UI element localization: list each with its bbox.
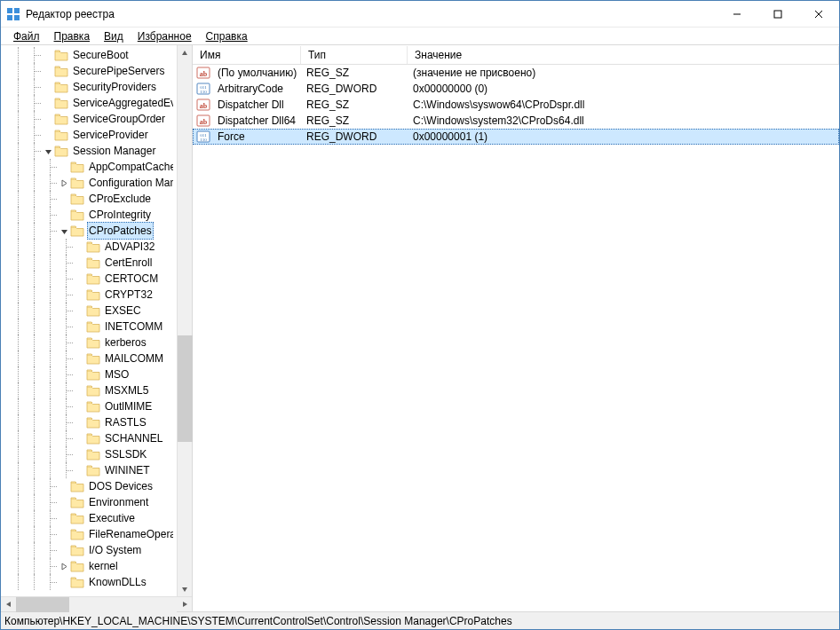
scroll-thumb[interactable]	[16, 597, 69, 612]
tree-item[interactable]: SecurityProviders	[1, 79, 177, 95]
svg-rect-3	[14, 15, 20, 20]
svg-rect-2	[7, 15, 12, 20]
value-name: (По умолчанию)	[210, 67, 299, 79]
col-name[interactable]: Имя	[193, 46, 301, 64]
tree-label: INETCOMM	[103, 319, 164, 335]
tree-item[interactable]: Configuration Manager	[1, 175, 177, 191]
svg-marker-9	[62, 180, 67, 186]
tree-item[interactable]: SSLSDK	[1, 446, 177, 462]
tree-leaf	[74, 416, 86, 429]
tree-label: Executive	[87, 510, 137, 526]
folder-icon	[86, 464, 100, 476]
svg-text:110: 110	[200, 138, 207, 142]
tree-leaf	[42, 81, 54, 93]
tree-leaf	[74, 240, 86, 253]
tree-item[interactable]: ServiceGroupOrder	[1, 111, 177, 127]
tree-item[interactable]: AppCompatCache	[1, 159, 177, 175]
folder-icon	[70, 576, 84, 588]
menu-help[interactable]: Справка	[199, 29, 255, 43]
tree-item[interactable]: I/O System	[1, 542, 177, 558]
tree-item[interactable]: Session Manager	[1, 143, 177, 159]
tree-leaf	[58, 528, 70, 540]
scroll-down-icon[interactable]	[178, 581, 192, 596]
tree-item[interactable]: kernel	[1, 558, 177, 574]
tree-item[interactable]: Executive	[1, 510, 177, 526]
tree-item[interactable]: MAILCOMM	[1, 350, 177, 366]
list-header[interactable]: Имя Тип Значение	[193, 45, 839, 65]
value-row[interactable]: abDispatcher DllREG_SZC:\Windows\syswow6…	[193, 97, 839, 113]
minimize-button[interactable]	[717, 1, 757, 28]
tree-item[interactable]: MSXML5	[1, 382, 177, 398]
maximize-button[interactable]	[757, 1, 798, 28]
tree-label: Configuration Manager	[87, 175, 173, 191]
tree-item[interactable]: CERTOCM	[1, 271, 177, 287]
tree-item[interactable]: MSO	[1, 366, 177, 382]
values-list[interactable]: ab(По умолчанию)REG_SZ(значение не присв…	[193, 65, 839, 611]
value-row[interactable]: 011110ArbitraryCodeREG_DWORD0x00000000 (…	[193, 81, 839, 97]
scroll-up-icon[interactable]	[178, 45, 192, 60]
tree-vscroll[interactable]	[177, 45, 192, 596]
tree-item[interactable]: ServiceProvider	[1, 127, 177, 143]
titlebar: Редактор реестра	[1, 1, 839, 28]
value-type: REG_DWORD	[299, 83, 406, 95]
chevron-down-icon[interactable]	[58, 224, 70, 237]
tree-item[interactable]: WININET	[1, 462, 177, 478]
tree-leaf	[74, 464, 86, 476]
tree-label: kernel	[87, 558, 120, 574]
tree-item[interactable]: ADVAPI32	[1, 239, 177, 255]
tree-item[interactable]: kerberos	[1, 335, 177, 350]
scroll-right-icon[interactable]	[177, 597, 192, 612]
scroll-left-icon[interactable]	[1, 597, 16, 612]
binary-value-icon: 011110	[196, 130, 210, 144]
tree-item[interactable]: CRYPT32	[1, 287, 177, 303]
menu-favorites[interactable]: Избранное	[131, 29, 199, 43]
col-type[interactable]: Тип	[301, 46, 408, 64]
value-row[interactable]: ab(По умолчанию)REG_SZ(значение не присв…	[193, 65, 839, 81]
value-data: C:\Windows\system32\CProDs64.dll	[406, 114, 839, 127]
tree-item[interactable]: CProPatches	[1, 223, 177, 239]
folder-icon	[86, 448, 100, 461]
tree-item[interactable]: Environment	[1, 494, 177, 510]
folder-icon	[70, 224, 84, 237]
tree-hscroll[interactable]	[1, 596, 192, 611]
menu-edit[interactable]: Правка	[47, 29, 98, 43]
string-value-icon: ab	[196, 98, 210, 112]
tree-label: kerberos	[103, 335, 148, 350]
close-button[interactable]	[798, 1, 839, 28]
tree-leaf	[74, 320, 86, 333]
col-data[interactable]: Значение	[408, 46, 839, 64]
tree-item[interactable]: EXSEC	[1, 303, 177, 319]
tree-item[interactable]: SecureBoot	[1, 47, 177, 63]
tree-item[interactable]: RASTLS	[1, 414, 177, 430]
tree-item[interactable]: ServiceAggregatedEvents	[1, 95, 177, 111]
menu-file[interactable]: Файл	[6, 29, 47, 43]
chevron-right-icon[interactable]	[58, 177, 70, 189]
value-row[interactable]: 011110ForceREG_DWORD0x00000001 (1)	[193, 129, 839, 145]
scroll-thumb[interactable]	[178, 335, 193, 442]
tree-item[interactable]: KnownDLLs	[1, 574, 177, 590]
tree-item[interactable]: SecurePipeServers	[1, 63, 177, 79]
tree-item[interactable]: DOS Devices	[1, 478, 177, 494]
tree-label: KnownDLLs	[87, 574, 148, 590]
tree-label: SecurePipeServers	[71, 63, 166, 79]
tree-item[interactable]: SCHANNEL	[1, 430, 177, 446]
value-data: 0x00000000 (0)	[406, 83, 839, 95]
tree-item[interactable]: INETCOMM	[1, 319, 177, 335]
value-name: Force	[210, 130, 299, 143]
chevron-down-icon[interactable]	[42, 145, 54, 157]
tree-label: MAILCOMM	[103, 350, 165, 366]
tree-item[interactable]: CProIntegrity	[1, 207, 177, 223]
tree-label: SSLSDK	[103, 446, 148, 462]
svg-marker-12	[182, 51, 187, 55]
registry-tree[interactable]: SecureBootSecurePipeServersSecurityProvi…	[1, 45, 177, 590]
tree-item[interactable]: CertEnroll	[1, 255, 177, 271]
menu-view[interactable]: Вид	[97, 29, 131, 43]
tree-item[interactable]: CProExclude	[1, 191, 177, 207]
tree-label: I/O System	[87, 542, 143, 558]
tree-item[interactable]: FileRenameOperations	[1, 526, 177, 542]
value-row[interactable]: abDispatcher Dll64REG_SZC:\Windows\syste…	[193, 113, 839, 129]
tree-label: ServiceGroupOrder	[71, 111, 167, 127]
tree-label: ServiceProvider	[71, 127, 150, 143]
chevron-right-icon[interactable]	[58, 560, 70, 572]
tree-item[interactable]: OutlMIME	[1, 398, 177, 414]
